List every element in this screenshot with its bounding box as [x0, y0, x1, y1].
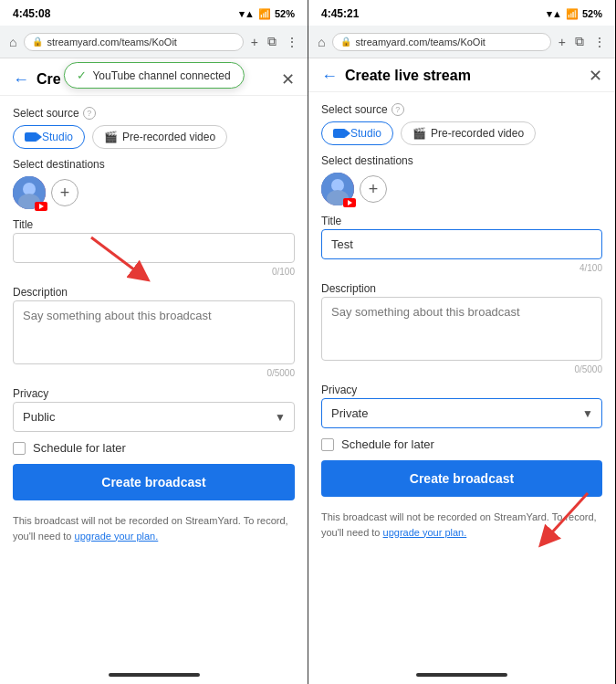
source-label-2: Select source ? [321, 103, 602, 116]
yt-play-icon-1 [39, 204, 44, 209]
url-text-2: streamyard.com/teams/KoOit [355, 37, 485, 47]
privacy-section-2: Privacy Public Private Unlisted ▼ [321, 384, 602, 428]
title-section-2: Title 4/100 [321, 215, 602, 273]
source-label-1: Select source ? [13, 107, 295, 120]
privacy-label-1: Privacy [13, 387, 295, 400]
browser-bar-2: ⌂ 🔒 streamyard.com/teams/KoOit + ⧉ ⋮ [308, 26, 615, 58]
back-button-2[interactable]: ← [321, 68, 338, 84]
description-char-count-1: 0/5000 [13, 368, 295, 378]
status-bar-2: 4:45:21 ▾▲ 📶 52% [308, 0, 615, 26]
yt-badge-2 [343, 198, 356, 207]
title-char-count-1: 0/100 [13, 267, 295, 277]
tab-switcher-2[interactable]: ⧉ [573, 32, 586, 51]
create-broadcast-btn-2[interactable]: Create broadcast [321, 460, 602, 497]
menu-button-1[interactable]: ⋮ [284, 33, 300, 51]
browser-bar-1: ⌂ 🔒 streamyard.com/teams/KoOit + ⧉ ⋮ [0, 26, 308, 58]
status-icons-2: ▾▲ 📶 52% [547, 8, 602, 20]
modal-title-2: Create live stream [345, 68, 581, 84]
form-area-1: Select source ? Studio 🎬 Pre-recorded vi… [0, 96, 308, 666]
title-label-2: Title [321, 215, 602, 227]
source-help-icon-1[interactable]: ? [83, 107, 96, 120]
status-bar-1: 4:45:08 ▾▲ 📶 52% [0, 0, 308, 26]
schedule-checkbox-2[interactable] [321, 438, 334, 451]
privacy-select-1[interactable]: Public Private Unlisted [13, 402, 295, 432]
destinations-section-1: Select destinations + [13, 158, 295, 209]
description-label-2: Description [321, 282, 602, 295]
yt-badge-1 [35, 202, 47, 211]
privacy-section-1: Privacy Public Private Unlisted ▼ [13, 387, 295, 432]
description-label-1: Description [13, 286, 295, 299]
destinations-label-1: Select destinations [13, 158, 295, 171]
toast-notification: ✓ YouTube channel connected [63, 62, 244, 89]
battery-text-2: 52% [582, 8, 602, 19]
title-char-count-2: 4/100 [321, 263, 602, 273]
form-area-2: Select source ? Studio 🎬 Pre-recorded vi… [308, 92, 615, 666]
source-help-icon-2[interactable]: ? [392, 103, 404, 116]
description-section-1: Description 0/5000 [13, 286, 295, 378]
prerecorded-btn-1[interactable]: 🎬 Pre-recorded video [92, 125, 227, 149]
url-box-2[interactable]: 🔒 streamyard.com/teams/KoOit [332, 33, 550, 51]
source-buttons-2: Studio 🎬 Pre-recorded video [321, 121, 602, 145]
close-button-1[interactable]: ✕ [281, 71, 295, 88]
schedule-checkbox-1[interactable] [13, 442, 26, 455]
studio-btn-1[interactable]: Studio [13, 125, 85, 149]
menu-button-2[interactable]: ⋮ [591, 33, 608, 51]
close-button-2[interactable]: ✕ [589, 68, 602, 84]
new-tab-button-2[interactable]: + [557, 33, 568, 51]
panel-2: 4:45:21 ▾▲ 📶 52% ⌂ 🔒 streamyard.com/team… [308, 0, 615, 684]
tab-switcher-1[interactable]: ⧉ [266, 32, 278, 51]
studio-btn-2[interactable]: Studio [321, 121, 393, 145]
channel-avatar-1[interactable] [13, 176, 46, 209]
privacy-select-2[interactable]: Public Private Unlisted [321, 398, 602, 428]
upgrade-link-1[interactable]: upgrade your plan. [75, 531, 159, 542]
modal-header-2: ← Create live stream ✕ [308, 58, 615, 92]
lock-icon-2: 🔒 [340, 37, 351, 47]
privacy-select-wrapper-2: Public Private Unlisted ▼ [321, 398, 602, 428]
title-input-1[interactable] [13, 233, 295, 263]
description-input-1[interactable] [13, 300, 295, 364]
new-tab-button-1[interactable]: + [249, 33, 260, 51]
wifi-icon-2: ▾▲ [547, 8, 562, 20]
home-button-1[interactable]: ⌂ [7, 33, 18, 51]
schedule-label-1: Schedule for later [33, 441, 126, 455]
status-time-2: 4:45:21 [321, 7, 359, 20]
prerecorded-btn-2[interactable]: 🎬 Pre-recorded video [401, 121, 536, 145]
video-icon-2: 🎬 [412, 127, 426, 140]
url-text-1: streamyard.com/teams/KoOit [47, 37, 176, 47]
video-icon-1: 🎬 [104, 131, 118, 143]
toast-text: YouTube channel connected [92, 69, 230, 82]
description-input-2[interactable] [321, 297, 602, 361]
signal-icon-2: 📶 [566, 8, 579, 20]
schedule-row-2: Schedule for later [321, 437, 602, 451]
home-button-2[interactable]: ⌂ [316, 33, 327, 51]
title-label-1: Title [13, 218, 295, 231]
status-icons-1: ▾▲ 📶 52% [239, 8, 295, 20]
channel-avatar-2[interactable] [321, 173, 354, 205]
studio-icon-2 [333, 129, 346, 138]
destinations-row-2: + [321, 173, 602, 205]
footer-note-1: This broadcast will not be recorded on S… [13, 513, 295, 543]
title-section-1: Title 0/100 [13, 218, 295, 277]
panel-1: 4:45:08 ▾▲ 📶 52% ⌂ 🔒 streamyard.com/team… [0, 0, 308, 684]
toast-check-icon: ✓ [77, 68, 87, 82]
add-destination-btn-2[interactable]: + [360, 175, 387, 203]
source-buttons-1: Studio 🎬 Pre-recorded video [13, 125, 295, 149]
create-broadcast-btn-1[interactable]: Create broadcast [13, 464, 295, 500]
destinations-label-2: Select destinations [321, 154, 602, 167]
home-indicator-2 [416, 673, 507, 677]
back-button-1[interactable]: ← [13, 71, 29, 88]
add-destination-btn-1[interactable]: + [51, 179, 78, 206]
yt-play-icon-2 [348, 200, 352, 205]
title-input-2[interactable] [321, 229, 602, 259]
studio-icon-1 [25, 132, 37, 142]
schedule-row-1: Schedule for later [13, 441, 295, 455]
bottom-bar-2 [308, 666, 615, 684]
lock-icon-1: 🔒 [32, 37, 43, 47]
url-box-1[interactable]: 🔒 streamyard.com/teams/KoOit [24, 33, 243, 51]
svg-point-1 [23, 183, 36, 195]
footer-note-2: This broadcast will not be recorded on S… [321, 510, 602, 540]
privacy-select-wrapper-1: Public Private Unlisted ▼ [13, 402, 295, 432]
status-time-1: 4:45:08 [13, 7, 50, 20]
svg-point-5 [331, 179, 344, 192]
upgrade-link-2[interactable]: upgrade your plan. [383, 527, 467, 538]
